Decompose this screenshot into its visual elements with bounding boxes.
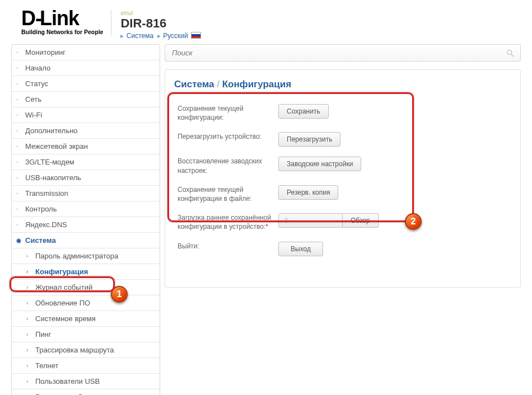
- sidebar-sub-device-mode[interactable]: ›Режим устройства: [12, 389, 160, 395]
- sidebar-sub-admin-password[interactable]: ›Пароль администратора: [12, 248, 160, 264]
- sidebar-sub-ping[interactable]: ›Пинг: [12, 327, 160, 342]
- label-reboot: Перезагрузить устройство:: [178, 132, 278, 141]
- sidebar-item-label: Контроль: [25, 205, 57, 213]
- page-title: Система / Конфигурация: [174, 77, 511, 96]
- chevron-right-icon: ›: [26, 285, 34, 290]
- chevron-right-icon: ▸: [157, 32, 161, 40]
- bullet-icon: ◦: [16, 175, 24, 181]
- sidebar-item-label: Конфигурация: [35, 267, 88, 276]
- sidebar-item-label: Система: [25, 236, 56, 244]
- chevron-right-icon: ›: [26, 347, 34, 353]
- sidebar-item-wifi[interactable]: ◦Wi-Fi: [12, 107, 160, 123]
- file-picker: ⇧ Обзор: [278, 213, 379, 228]
- sidebar-item-label: Обновление ПО: [35, 299, 90, 307]
- sidebar-sub-event-log[interactable]: ›Журнал событий: [12, 280, 160, 295]
- sidebar-item-monitoring[interactable]: ◦Мониторинг: [12, 45, 160, 60]
- sidebar-item-label: Пароль администратора: [35, 252, 118, 260]
- sidebar-item-label: Пользователи USB: [35, 377, 100, 385]
- breadcrumb-system[interactable]: Система: [174, 79, 214, 90]
- bullet-icon: ◦: [16, 65, 24, 71]
- sidebar-item-system[interactable]: ◉Система: [12, 233, 160, 248]
- sidebar-item-transmission[interactable]: ◦Transmission: [12, 186, 160, 201]
- sidebar-item-yandexdns[interactable]: ◦Яндекс.DNS: [12, 217, 160, 233]
- svg-line-1: [511, 54, 514, 57]
- sidebar-sub-firmware-update[interactable]: ›Обновление ПО: [12, 295, 160, 311]
- header-right: emul DIR-816 ▸ Система ▸ Русский: [111, 10, 201, 40]
- sidebar-item-label: Системное время: [35, 314, 96, 323]
- sidebar-sub-telnet[interactable]: ›Телнет: [12, 358, 160, 374]
- sidebar-item-label: 3G/LTE-модем: [25, 158, 74, 166]
- bullet-icon: ◦: [16, 81, 24, 87]
- sidebar-item-firewall[interactable]: ◦Межсетевой экран: [12, 139, 160, 154]
- search-input[interactable]: [171, 48, 506, 58]
- sidebar-sub-usb-users[interactable]: ›Пользователи USB: [12, 374, 160, 389]
- sidebar-item-usb-storage[interactable]: ◦USB-накопитель: [12, 170, 160, 186]
- sidebar-item-start[interactable]: ◦Начало: [12, 60, 160, 76]
- browse-button[interactable]: Обзор: [343, 213, 379, 228]
- sidebar-sub-system-time[interactable]: ›Системное время: [12, 311, 160, 327]
- search-bar: [165, 44, 521, 62]
- sidebar-sub-traceroute[interactable]: ›Трассировка маршрута: [12, 342, 160, 358]
- chevron-right-icon: ›: [26, 379, 34, 384]
- sidebar-item-label: USB-накопитель: [25, 173, 81, 182]
- save-button[interactable]: Сохранить: [278, 104, 329, 119]
- row-backup: Сохранение текущей конфигурации в файле:…: [174, 180, 511, 208]
- sidebar-sub-configuration[interactable]: ›Конфигурация: [12, 264, 160, 280]
- logout-button[interactable]: Выход: [278, 242, 323, 256]
- backup-button[interactable]: Резерв. копия: [278, 185, 338, 200]
- factory-reset-button[interactable]: Заводские настройки: [278, 157, 361, 171]
- sidebar-item-label: Дополнительно: [25, 126, 78, 135]
- sidebar-item-label: Телнет: [35, 361, 59, 370]
- search-icon[interactable]: [506, 49, 515, 58]
- sidebar-item-label: Wi-Fi: [25, 111, 42, 119]
- sidebar-item-label: Transmission: [25, 189, 68, 198]
- sidebar-item-label: Статус: [25, 79, 48, 88]
- file-path-field[interactable]: ⇧: [278, 213, 343, 228]
- chevron-right-icon: ›: [26, 316, 34, 322]
- label-backup: Сохранение текущей конфигурации в файле:: [178, 185, 278, 203]
- content-panel: Система / Конфигурация Сохранение текуще…: [165, 69, 521, 288]
- label-factory: Восстановление заводских настроек:: [178, 157, 278, 175]
- sidebar-item-label: Трассировка маршрута: [35, 346, 114, 354]
- bullet-icon: ◦: [16, 144, 24, 149]
- row-reboot: Перезагрузить устройство: Перезагрузить: [174, 127, 511, 152]
- reboot-button[interactable]: Перезагрузить: [278, 132, 340, 147]
- crumb-language[interactable]: Русский: [163, 32, 188, 40]
- bullet-icon: ◦: [16, 97, 24, 102]
- sidebar-item-network[interactable]: ◦Сеть: [12, 92, 160, 107]
- sidebar-item-label: Сеть: [25, 95, 41, 104]
- chevron-right-icon: ›: [26, 253, 34, 259]
- sidebar-item-label: Журнал событий: [35, 283, 92, 291]
- svg-point-0: [507, 50, 512, 54]
- emul-label: emul: [120, 10, 201, 16]
- label-save-config: Сохранение текущей конфигурации:: [178, 104, 278, 122]
- row-save-config: Сохранение текущей конфигурации: Сохрани…: [174, 99, 511, 127]
- chevron-right-icon: ›: [26, 300, 34, 306]
- sidebar: ◦Мониторинг ◦Начало ◦Статус ◦Сеть ◦Wi-Fi…: [11, 44, 160, 395]
- main-menu: ◦Мониторинг ◦Начало ◦Статус ◦Сеть ◦Wi-Fi…: [11, 44, 160, 395]
- sidebar-item-label: Межсетевой экран: [25, 142, 88, 151]
- breadcrumb-sep: /: [217, 79, 222, 90]
- chevron-right-icon: ›: [26, 332, 34, 337]
- bullet-icon: ◦: [16, 191, 24, 196]
- logo-block: D-Link Building Networks for People: [21, 10, 111, 35]
- bullet-icon: ◦: [16, 206, 24, 212]
- label-restore: Загрузка раннее сохранённой конфигурации…: [178, 213, 278, 231]
- sidebar-item-label: Начало: [25, 64, 50, 72]
- upload-icon: ⇧: [283, 217, 289, 224]
- required-asterisk: *: [265, 223, 268, 231]
- chevron-right-icon: ›: [26, 269, 34, 275]
- crumb-system[interactable]: Система: [127, 32, 153, 40]
- bullet-icon: ◦: [16, 50, 24, 55]
- bullet-icon: ◦: [16, 159, 24, 165]
- sidebar-item-3glte[interactable]: ◦3G/LTE-модем: [12, 154, 160, 170]
- brand-tagline: Building Networks for People: [21, 29, 103, 35]
- row-exit: Выйти: Выход: [174, 237, 511, 261]
- sidebar-item-advanced[interactable]: ◦Дополнительно: [12, 123, 160, 139]
- row-factory: Восстановление заводских настроек: Завод…: [174, 152, 511, 180]
- sidebar-item-status[interactable]: ◦Статус: [12, 76, 160, 92]
- sidebar-item-control[interactable]: ◦Контроль: [12, 201, 160, 217]
- bullet-icon: ◦: [16, 128, 24, 134]
- breadcrumb-configuration: Конфигурация: [222, 79, 291, 90]
- config-form: Сохранение текущей конфигурации: Сохрани…: [174, 96, 511, 265]
